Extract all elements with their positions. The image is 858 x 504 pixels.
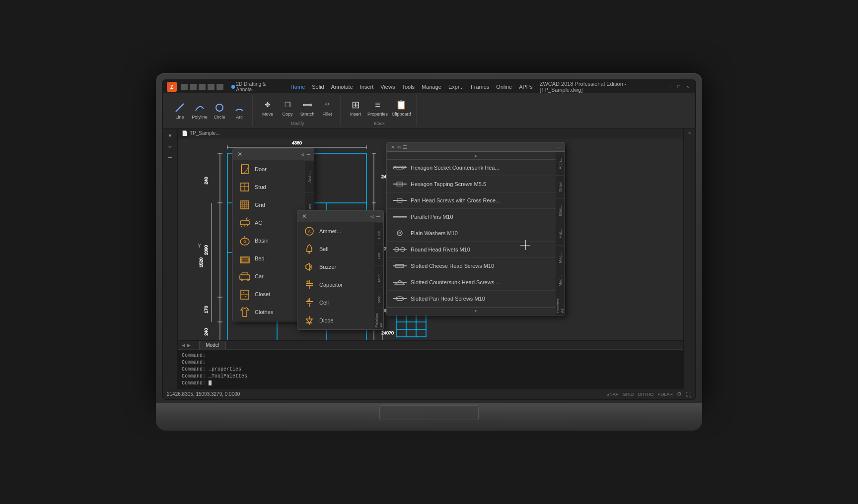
tool-line[interactable]: Line (171, 101, 189, 121)
drawing-canvas[interactable]: 240 2090 170 240 (178, 138, 683, 340)
mech-side-mod[interactable]: Mod... (556, 269, 565, 292)
mech-side-arch[interactable]: Arch... (556, 152, 565, 175)
tool-fillet[interactable]: ⌔ Fillet (318, 98, 336, 118)
menu-apps[interactable]: APPs (516, 83, 536, 91)
model-tab[interactable]: Model (199, 341, 225, 349)
mech-icon-9 (393, 295, 407, 303)
right-panel-toggle[interactable]: ⊲ (688, 130, 692, 135)
mech-item-1[interactable]: Hexagon Socket Countersunk Hea... (387, 160, 565, 176)
mech-side-all[interactable]: All Palettes (556, 292, 565, 315)
palette-item-basin-label: Basin (255, 238, 269, 244)
mech-item-6[interactable]: Round Head Rivets M10 (387, 242, 565, 258)
mech-item-1-label: Hexagon Socket Countersunk Hea... (411, 165, 500, 171)
mech-side-elec[interactable]: Elec... (556, 198, 565, 222)
svg-text:240: 240 (204, 177, 209, 184)
palette-item-cell[interactable]: Cell (297, 294, 383, 312)
mech-item-4[interactable]: Parallel Pins M10 (387, 209, 565, 225)
palette-item-amm[interactable]: A Ammet... (297, 222, 383, 240)
mech-item-5[interactable]: Plain Washers M10 (387, 225, 565, 242)
menu-online[interactable]: Online (493, 83, 515, 91)
elec-side-mod[interactable]: Mod... (374, 287, 383, 308)
menu-views[interactable]: Views (377, 83, 398, 91)
tab-add-btn[interactable]: + (193, 343, 195, 348)
mech-item-9[interactable]: Slotted Pan Head Screws M10 (387, 291, 565, 307)
mech-side-draw[interactable]: Draw (556, 175, 565, 198)
status-settings-icon[interactable]: ⚙ (677, 391, 682, 397)
elec-list-icon[interactable]: ☰ (376, 214, 380, 219)
modify-group-label: Modify (291, 121, 304, 126)
tool-properties[interactable]: ≡ Properties (366, 98, 389, 118)
mech-item-2[interactable]: Hexagon Tapping Screws M5.5 (387, 176, 565, 192)
palette-item-cap[interactable]: Capacitor (297, 276, 383, 294)
palette-item-diode[interactable]: Diode (297, 312, 383, 329)
mech-item-7[interactable]: Slotted Cheese Head Screws M10 (387, 258, 565, 274)
mech-item-3[interactable]: Pan Head Screws with Cross Rece... (387, 192, 565, 209)
file-tab-label[interactable]: TP_Sample... (190, 130, 220, 136)
status-fullscreen-icon[interactable]: ⛶ (686, 391, 691, 397)
status-ortho[interactable]: ORTHO (638, 392, 653, 397)
arch-nav-prev[interactable]: ⊲ (300, 152, 304, 157)
mech-close[interactable]: ✕ (391, 144, 395, 150)
menu-tools[interactable]: Tools (399, 83, 418, 91)
tool-clipboard[interactable]: 📋 Clipboard (391, 98, 412, 118)
mech-scroll-up[interactable]: ▲ (387, 152, 565, 160)
mech-nav-prev[interactable]: ⊲ (397, 144, 401, 150)
status-snap[interactable]: SNAP (606, 392, 619, 397)
status-grid[interactable]: GRID (623, 392, 634, 397)
left-btn-3[interactable]: ☰ (164, 152, 176, 162)
tool-circle[interactable]: Circle (211, 101, 228, 121)
elec-side-labels: Elec... Hat... Mec... Mod... All Palette… (374, 222, 383, 329)
left-btn-2[interactable]: ⇐ (164, 141, 176, 151)
menu-annotate[interactable]: Annotate (328, 83, 356, 91)
svg-text:4380: 4380 (292, 140, 302, 145)
side-label-arch[interactable]: Arch... (305, 160, 314, 192)
palette-item-bell[interactable]: Bell (297, 240, 383, 258)
elec-nav-prev[interactable]: ⊲ (370, 214, 374, 219)
tab-prev-btn[interactable]: ◀ (182, 343, 185, 348)
basin-icon (239, 235, 251, 247)
arch-palette-close[interactable]: ✕ (236, 150, 244, 158)
palette-item-stud[interactable]: Stud (233, 178, 314, 196)
mech-side-mec[interactable]: Mec... (556, 246, 565, 269)
mech-icon-1 (393, 164, 407, 172)
tool-arc[interactable]: Arc (230, 101, 248, 121)
left-btn-1[interactable]: ▼ (164, 130, 176, 140)
elec-side-elec[interactable]: Elec... (374, 222, 383, 244)
close-btn[interactable]: × (684, 83, 691, 90)
tool-move[interactable]: ✥ Move (259, 98, 277, 118)
mech-list-btn[interactable]: ☰ (403, 144, 407, 150)
arc-icon (233, 102, 245, 114)
tool-polyline[interactable]: Polyline (191, 101, 209, 121)
capacitor-icon (303, 279, 315, 291)
trackpad[interactable] (379, 405, 479, 420)
mech-icon-6 (393, 246, 407, 253)
elec-side-all[interactable]: All Palettes (374, 309, 383, 329)
palette-item-buzzer[interactable]: Buzzer (297, 258, 383, 276)
elec-side-hat[interactable]: Hat... (374, 244, 383, 265)
arch-list-icon[interactable]: ☰ (306, 152, 311, 157)
elec-palette-close[interactable]: ✕ (300, 212, 308, 220)
minimize-btn[interactable]: − (666, 83, 673, 90)
svg-text:A: A (308, 229, 311, 234)
status-polar[interactable]: POLAR (657, 392, 673, 397)
tab-next-btn[interactable]: ▶ (187, 343, 191, 348)
svg-text:Y: Y (198, 243, 202, 249)
tool-stretch[interactable]: ⟺ Stretch (298, 98, 316, 118)
menu-frames[interactable]: Frames (468, 83, 492, 91)
menu-expr[interactable]: Expr... (445, 83, 467, 91)
palette-item-door[interactable]: Door (233, 160, 314, 178)
menu-solid[interactable]: Solid (309, 83, 327, 91)
palette-item-car-label: Car (255, 273, 264, 279)
tool-copy[interactable]: ❐ Copy (279, 98, 296, 118)
menu-home[interactable]: Home (287, 83, 308, 91)
menu-insert[interactable]: Insert (357, 83, 377, 91)
mech-scroll-down[interactable]: ▼ (387, 307, 565, 315)
maximize-btn[interactable]: □ (675, 83, 682, 90)
elec-side-mec[interactable]: Mec... (374, 265, 383, 287)
mech-item-8[interactable]: Slotted Countersunk Head Screws ... (387, 274, 565, 291)
menu-manage[interactable]: Manage (419, 83, 444, 91)
cmd-input[interactable]: Command: (182, 380, 679, 387)
tool-insert[interactable]: ⊞ Insert (347, 98, 364, 118)
mech-side-hat[interactable]: Hat... (556, 222, 565, 245)
bed-icon (239, 252, 251, 264)
